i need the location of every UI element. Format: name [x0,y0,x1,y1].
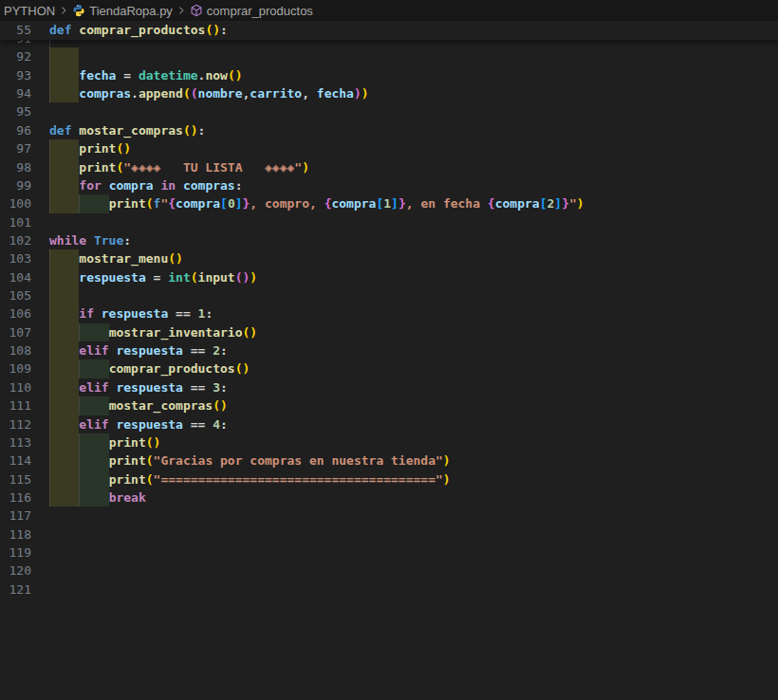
code-content: mostar_compras() [49,396,778,414]
code-line[interactable]: 115 print("=============================… [0,470,778,488]
code-token-ws [49,141,79,156]
code-token-var: compra [495,196,540,211]
code-token-var: respuesta [116,380,182,395]
code-line[interactable]: 93 fecha = datetime.now() [0,66,778,84]
line-number[interactable]: 115 [0,470,49,488]
code-line[interactable]: 91 [0,40,778,47]
line-number[interactable]: 99 [0,176,49,194]
code-line[interactable]: 103 mostrar_menu() [0,249,778,267]
breadcrumb-folder-label: PYTHON [4,4,55,18]
line-number[interactable]: 113 [0,433,49,451]
breadcrumb-item-symbol[interactable]: comprar_productos [190,4,313,18]
line-number[interactable]: 119 [0,543,49,562]
line-number[interactable]: 94 [0,84,49,102]
code-line[interactable]: 121 [0,580,778,599]
code-token-ws [49,472,109,487]
line-number[interactable]: 100 [0,194,49,212]
code-token-kw: def [49,23,79,37]
code-token-b1: ( [183,86,191,101]
code-line[interactable]: 116 break [0,488,778,507]
line-number[interactable]: 110 [0,378,49,396]
line-number[interactable]: 109 [0,359,49,378]
code-line[interactable]: 101 [0,213,778,231]
line-number[interactable]: 102 [0,231,49,249]
line-number[interactable]: 117 [0,507,49,525]
line-number[interactable]: 91 [0,40,49,47]
code-line[interactable]: 111 mostar_compras() [0,396,778,414]
code-content [49,525,778,543]
code-token-fn: mostar_compras [79,123,183,138]
line-number[interactable]: 96 [0,121,49,139]
code-line[interactable]: 99 for compra in compras: [0,176,778,194]
code-token-b1: ) [443,472,451,487]
code-line[interactable]: 107 mostrar_inventario() [0,323,778,341]
line-number[interactable]: 106 [0,304,49,322]
code-token-op: == [183,417,213,432]
code-line[interactable]: 119 [0,543,778,562]
code-line[interactable]: 102while True: [0,231,778,249]
line-number[interactable]: 101 [0,213,49,231]
code-token-op: : [220,23,228,37]
code-line[interactable]: 108 elif respuesta == 2: [0,341,778,359]
line-number[interactable]: 98 [0,158,49,176]
sticky-scroll-line[interactable]: 55 def comprar_productos(): [0,21,778,40]
code-line[interactable]: 112 elif respuesta == 4: [0,415,778,433]
breadcrumb-item-folder[interactable]: PYTHON [4,4,55,18]
line-number[interactable]: 103 [0,249,49,267]
code-line[interactable]: 117 [0,507,778,525]
code-line[interactable]: 97 print() [0,139,778,157]
code-line[interactable]: 96def mostar_compras(): [0,121,778,139]
code-token-b1: () [168,251,183,266]
code-token-ws [49,380,79,395]
code-line[interactable]: 110 elif respuesta == 3: [0,378,778,396]
line-number[interactable]: 105 [0,286,49,304]
sticky-line-number[interactable]: 55 [0,21,49,40]
line-number[interactable]: 112 [0,415,49,433]
code-line[interactable]: 113 print() [0,433,778,451]
code-token-b3: [ [220,196,228,211]
code-token-str: , en fecha [406,196,488,211]
line-number[interactable]: 95 [0,102,49,120]
line-number[interactable]: 114 [0,451,49,470]
code-line[interactable]: 104 respuesta = int(input()) [0,268,778,286]
line-number[interactable]: 92 [0,47,49,65]
code-token-b1: ) [443,453,451,468]
code-line[interactable]: 106 if respuesta == 1: [0,304,778,322]
code-line[interactable]: 114 print("Gracias por compras en nuestr… [0,451,778,470]
line-number[interactable]: 107 [0,323,49,341]
code-line[interactable]: 95 [0,102,778,120]
line-number[interactable]: 116 [0,488,49,507]
code-token-str: "◈◈◈◈ TU LISTA ◈◈◈◈" [123,160,302,175]
code-token-b1: () [235,361,250,376]
code-token-var: compra [331,196,376,211]
line-number[interactable]: 104 [0,268,49,286]
code-token-ws [49,196,109,211]
code-content: for compra in compras: [49,176,778,194]
code-token-op: = [146,270,168,285]
code-line[interactable]: 118 [0,525,778,543]
line-number[interactable]: 97 [0,139,49,157]
line-number[interactable]: 108 [0,341,49,359]
chevron-right-icon [176,5,187,16]
code-token-op: : [220,380,228,395]
line-number[interactable]: 118 [0,525,49,543]
code-line[interactable]: 120 [0,562,778,580]
code-token-fn: print [79,160,116,175]
line-number[interactable]: 93 [0,66,49,84]
code-line[interactable]: 100 print(f"{compra[0]}, compro, {compra… [0,194,778,212]
breadcrumb-item-file[interactable]: TiendaRopa.py [72,4,173,18]
code-token-b2: () [235,270,250,285]
code-token-ws [49,398,109,413]
code-line[interactable]: 92 [0,47,778,65]
code-line[interactable]: 109 comprar_productos() [0,359,778,378]
line-number[interactable]: 121 [0,580,49,599]
code-token-ctrl: break [109,490,146,505]
line-number[interactable]: 120 [0,562,49,580]
editor: PYTHON TiendaRopa.py [0,0,778,700]
code-token-b2: { [488,196,495,211]
code-line[interactable]: 105 [0,286,778,304]
code-line[interactable]: 94 compras.append((nombre,carrito, fecha… [0,84,778,102]
code-token-var: compra [109,178,154,193]
code-line[interactable]: 98 print("◈◈◈◈ TU LISTA ◈◈◈◈") [0,158,778,176]
line-number[interactable]: 111 [0,396,49,414]
